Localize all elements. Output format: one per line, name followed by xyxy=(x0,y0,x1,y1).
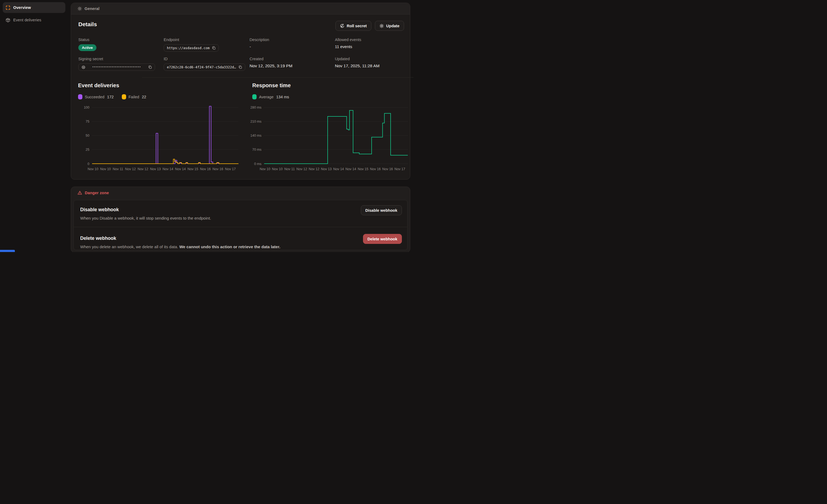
svg-text:Nov 10: Nov 10 xyxy=(88,167,98,171)
copy-icon xyxy=(148,65,152,69)
reveal-secret-button[interactable] xyxy=(82,65,85,69)
danger-zone-title: Danger zone xyxy=(85,191,109,195)
svg-text:Nov 14: Nov 14 xyxy=(162,167,174,171)
event-deliveries-chart-title: Event deliveries xyxy=(78,83,119,89)
section-divider xyxy=(142,77,414,78)
svg-text:25: 25 xyxy=(86,148,89,152)
copy-id-button[interactable] xyxy=(239,65,242,69)
updated-value: Nov 17, 2025, 11:28 AM xyxy=(335,63,400,68)
description-value: - xyxy=(250,44,335,49)
delete-webhook-title: Delete webhook xyxy=(80,236,401,241)
svg-text:140 ms: 140 ms xyxy=(250,134,261,138)
details-title: Details xyxy=(78,21,97,28)
response-time-chart: 0 ms70 ms140 ms210 ms280 msNov 10Nov 10N… xyxy=(248,105,408,172)
succeeded-swatch xyxy=(78,94,82,99)
card-header-title: General xyxy=(85,6,99,11)
details-fields: Status Active Endpoint https://asdasdasd… xyxy=(78,38,400,71)
danger-zone-card: Danger zone Disable webhook When you Dis… xyxy=(71,187,410,252)
field-label: ID xyxy=(164,57,250,61)
delete-webhook-description: When you delete an webhook, we delete al… xyxy=(80,244,401,249)
delete-webhook-button-label: Delete webhook xyxy=(368,237,397,241)
response-time-chart-title: Response time xyxy=(252,83,291,89)
svg-text:Nov 15: Nov 15 xyxy=(187,167,198,171)
svg-text:0: 0 xyxy=(88,162,89,166)
svg-text:280 ms: 280 ms xyxy=(250,106,261,109)
disable-webhook-button-label: Disable webhook xyxy=(366,208,397,212)
field-id: ID e7262c28-6cd6-4f24-9f47-c5da3322d… xyxy=(164,57,250,71)
sidebar-item-event-deliveries[interactable]: Event deliveries xyxy=(3,14,65,26)
masked-secret: •••••••••••••••••••••••••••••• xyxy=(92,65,141,68)
legend-label: Average xyxy=(259,95,274,99)
sidebar-item-label: Overview xyxy=(13,5,31,10)
svg-text:Nov 13: Nov 13 xyxy=(321,167,332,171)
allowed-events-value: 11 events xyxy=(335,44,400,49)
disable-webhook-section: Disable webhook When you Disable a webho… xyxy=(74,200,407,227)
svg-text:Nov 11: Nov 11 xyxy=(113,167,123,171)
svg-text:Nov 12: Nov 12 xyxy=(296,167,307,171)
copy-icon xyxy=(239,65,242,69)
update-button[interactable]: Update xyxy=(375,21,404,31)
disable-webhook-title: Disable webhook xyxy=(80,207,401,212)
svg-text:Nov 12: Nov 12 xyxy=(125,167,136,171)
svg-text:Nov 10: Nov 10 xyxy=(259,167,271,171)
response-time-legend: Average 134 ms xyxy=(252,94,289,99)
delete-webhook-button[interactable]: Delete webhook xyxy=(363,234,402,244)
svg-text:Nov 15: Nov 15 xyxy=(357,167,369,171)
endpoint-value-pill: https://asdasdasd.com xyxy=(164,44,219,52)
field-allowed-events: Allowed events 11 events xyxy=(335,38,400,52)
sidebar-item-overview[interactable]: Overview xyxy=(3,2,65,13)
average-swatch xyxy=(252,94,256,99)
field-label: Status xyxy=(78,38,164,42)
cut-off-blue-element[interactable] xyxy=(0,250,15,252)
svg-text:Nov 10: Nov 10 xyxy=(100,167,111,171)
svg-text:Nov 14: Nov 14 xyxy=(333,167,344,171)
field-created: Created Nov 12, 2025, 3:19 PM xyxy=(250,57,335,71)
svg-text:210 ms: 210 ms xyxy=(250,120,261,123)
svg-text:Nov 10: Nov 10 xyxy=(272,167,283,171)
field-description: Description - xyxy=(250,38,335,52)
roll-secret-button[interactable]: Roll secret xyxy=(335,21,371,31)
svg-text:50: 50 xyxy=(86,134,89,138)
update-label: Update xyxy=(386,24,399,28)
field-signing-secret: Signing secret •••••••••••••••••••••••••… xyxy=(78,57,164,71)
gear-icon xyxy=(78,6,82,11)
svg-text:Nov 16: Nov 16 xyxy=(382,167,393,171)
sidebar-item-label: Event deliveries xyxy=(13,18,41,22)
field-label: Endpoint xyxy=(164,38,250,42)
svg-text:Nov 16: Nov 16 xyxy=(200,167,211,171)
svg-text:70 ms: 70 ms xyxy=(252,148,261,152)
field-label: Description xyxy=(250,38,335,42)
legend-label: Failed xyxy=(129,95,139,99)
general-card-header: General xyxy=(71,3,410,14)
legend-item-average: Average 134 ms xyxy=(252,94,289,99)
svg-text:Nov 12: Nov 12 xyxy=(138,167,148,171)
field-status: Status Active xyxy=(78,38,164,52)
svg-text:Nov 14: Nov 14 xyxy=(345,167,356,171)
chart-canvas: 0 ms70 ms140 ms210 ms280 msNov 10Nov 10N… xyxy=(248,105,408,172)
legend-value: 22 xyxy=(142,95,146,99)
svg-text:Nov 16: Nov 16 xyxy=(212,167,223,171)
eye-icon xyxy=(82,65,85,69)
copy-icon xyxy=(212,46,215,50)
event-deliveries-chart: 0255075100Nov 10Nov 10Nov 11Nov 12Nov 12… xyxy=(79,105,239,172)
svg-text:Nov 12: Nov 12 xyxy=(309,167,320,171)
svg-text:Nov 16: Nov 16 xyxy=(370,167,381,171)
roll-secret-label: Roll secret xyxy=(347,24,367,28)
delete-webhook-section: Delete webhook When you delete an webhoo… xyxy=(74,227,407,249)
sidebar: Overview Event deliveries xyxy=(0,0,68,252)
disable-webhook-button[interactable]: Disable webhook xyxy=(361,205,402,215)
webhook-id: e7262c28-6cd6-4f24-9f47-c5da3322d… xyxy=(167,65,236,69)
field-label: Allowed events xyxy=(335,38,400,42)
danger-zone-body: Disable webhook When you Disable a webho… xyxy=(74,200,407,250)
created-value: Nov 12, 2025, 3:19 PM xyxy=(250,63,335,68)
svg-text:Nov 11: Nov 11 xyxy=(284,167,295,171)
details-actions: Roll secret Update xyxy=(335,21,404,31)
chart-canvas: 0255075100Nov 10Nov 10Nov 11Nov 12Nov 12… xyxy=(79,105,239,172)
id-value-pill: e7262c28-6cd6-4f24-9f47-c5da3322d… xyxy=(164,63,245,71)
svg-text:0 ms: 0 ms xyxy=(254,162,261,166)
copy-endpoint-button[interactable] xyxy=(212,46,215,50)
danger-zone-header: Danger zone xyxy=(71,187,410,199)
field-updated: Updated Nov 17, 2025, 11:28 AM xyxy=(335,57,400,71)
copy-secret-button[interactable] xyxy=(148,65,152,69)
legend-label: Succeeded xyxy=(85,95,104,99)
